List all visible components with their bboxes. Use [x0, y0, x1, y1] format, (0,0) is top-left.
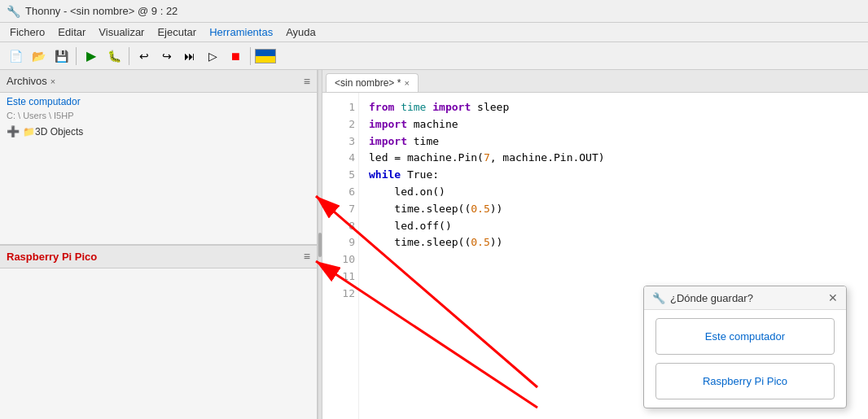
code-line: led.off()	[369, 218, 858, 235]
code-line: led.on()	[369, 184, 858, 201]
raspberry-menu-button[interactable]: ≡	[304, 250, 310, 263]
code-line: import time	[369, 133, 858, 151]
list-item[interactable]: ➕ 📁 3D Objects	[0, 124, 317, 139]
resume-button[interactable]: ▷	[202, 46, 223, 67]
file-panel-top: Archivos × ≡ Este computador C: \ Users …	[0, 70, 317, 246]
save-dialog-header: 🔧 ¿Dónde guardar? ✕	[644, 286, 846, 310]
menu-visualizar[interactable]: Visualizar	[92, 24, 151, 40]
divider-handle	[318, 233, 322, 257]
toolbar: 📄 📂 💾 ▶ 🐛 ↩ ↪ ⏭ ▷ ⏹	[0, 42, 868, 70]
tab-close-button[interactable]: ×	[404, 78, 409, 88]
expand-icon: ➕	[7, 125, 20, 137]
toolbar-sep3	[250, 47, 251, 65]
file-panel-bottom: Raspberry Pi Pico ≡	[0, 246, 317, 420]
sidebar: Archivos × ≡ Este computador C: \ Users …	[0, 70, 318, 419]
file-panel-top-header: Archivos × ≡	[0, 70, 317, 93]
menu-herramientas[interactable]: Herramientas	[203, 24, 279, 40]
save-to-pico-button[interactable]: Raspberry Pi Pico	[655, 363, 835, 399]
file-panel-bottom-header: Raspberry Pi Pico ≡	[0, 246, 317, 268]
new-file-button[interactable]: 📄	[5, 46, 26, 67]
save-dialog: 🔧 ¿Dónde guardar? ✕ Este computador Rasp…	[643, 286, 847, 408]
panel-bottom-header-left: Raspberry Pi Pico	[7, 251, 97, 263]
code-line: led = machine.Pin(7, machine.Pin.OUT)	[369, 150, 858, 167]
raspberry-pico-panel-title: Raspberry Pi Pico	[7, 251, 97, 263]
title-text: Thonny - <sin nombre> @ 9 : 22	[25, 5, 178, 17]
menu-editar[interactable]: Editar	[51, 24, 92, 40]
main-area: Archivos × ≡ Este computador C: \ Users …	[0, 70, 868, 419]
file-list-top: ➕ 📁 3D Objects	[0, 122, 317, 244]
dialog-close-button[interactable]: ✕	[828, 291, 838, 304]
ukraine-flag	[255, 49, 276, 63]
menu-ejecutar[interactable]: Ejecutar	[151, 24, 203, 40]
step-into-button[interactable]: ↪	[156, 46, 178, 67]
run-button[interactable]: ▶	[81, 46, 102, 67]
archivos-menu-button[interactable]: ≡	[304, 75, 310, 88]
code-line: from time import sleep	[369, 99, 858, 116]
step-over-button[interactable]: ↩	[134, 46, 155, 67]
menu-fichero[interactable]: Fichero	[3, 24, 51, 40]
save-file-button[interactable]: 💾	[50, 46, 72, 67]
debug-button[interactable]: 🐛	[103, 46, 125, 67]
tab-label: <sin nombre> *	[335, 77, 401, 89]
code-line: import machine	[369, 116, 858, 133]
folder-label: 3D Objects	[35, 126, 83, 137]
step-out-button[interactable]: ⏭	[179, 46, 200, 67]
archivos-panel-title: Archivos	[7, 75, 47, 87]
menu-bar: Fichero Editar Visualizar Ejecutar Herra…	[0, 23, 868, 42]
tab-bar: <sin nombre> * ×	[322, 70, 868, 93]
dialog-icon: 🔧	[652, 292, 665, 304]
archivos-close-button[interactable]: ×	[50, 76, 55, 86]
save-dialog-title: 🔧 ¿Dónde guardar?	[652, 292, 753, 304]
panel-header-left: Archivos ×	[7, 75, 55, 87]
app-icon: 🔧	[7, 5, 20, 18]
toolbar-sep2	[129, 47, 129, 65]
title-bar: 🔧 Thonny - <sin nombre> @ 9 : 22	[0, 0, 868, 23]
code-line: while True:	[369, 167, 858, 184]
code-line: time.sleep((0.5))	[369, 234, 858, 251]
line-numbers: 1234 5678 9101112	[322, 93, 359, 419]
file-path: C: \ Users \ I5HP	[0, 111, 317, 122]
toolbar-sep1	[76, 47, 77, 65]
sidebar-divider[interactable]	[318, 70, 322, 419]
folder-icon: 📁	[23, 126, 35, 137]
dialog-title-text: ¿Dónde guardar?	[670, 292, 753, 304]
open-file-button[interactable]: 📂	[28, 46, 49, 67]
este-computador-label[interactable]: Este computador	[0, 93, 317, 111]
file-list-bottom	[0, 268, 317, 420]
stop-button[interactable]: ⏹	[225, 46, 246, 67]
menu-ayuda[interactable]: Ayuda	[279, 24, 322, 40]
save-to-computer-button[interactable]: Este computador	[655, 318, 835, 355]
editor-tab[interactable]: <sin nombre> * ×	[326, 73, 419, 92]
code-line: time.sleep((0.5))	[369, 201, 858, 218]
